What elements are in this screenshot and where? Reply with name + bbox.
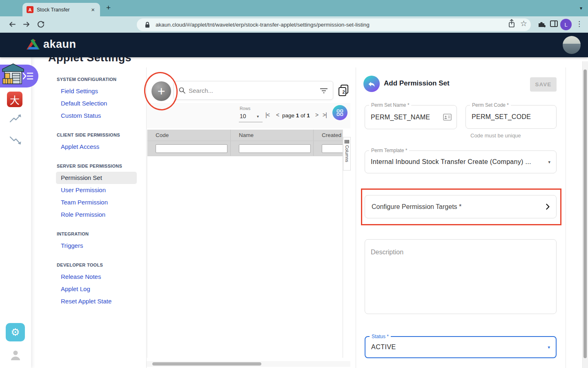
share-icon[interactable] bbox=[508, 19, 516, 29]
nav-section-integration: INTEGRATION Triggers bbox=[56, 231, 137, 252]
dai-applet-icon[interactable]: 大 bbox=[7, 92, 22, 107]
nav-section-system-configuration: SYSTEM CONFIGURATION Field Settings Defa… bbox=[56, 77, 137, 122]
sidebar-item-default-selection[interactable]: Default Selection bbox=[56, 97, 137, 110]
settings-nav: SYSTEM CONFIGURATION Field Settings Defa… bbox=[56, 77, 137, 318]
filter-input-created-date[interactable] bbox=[322, 144, 343, 153]
browser-menu-icon[interactable]: ⋮ bbox=[576, 20, 583, 28]
nav-section-title: CLIENT SIDE PERMISSIONS bbox=[57, 132, 136, 137]
url-bar[interactable]: akaun.cloud/#/applet/tnt/wavelet/erp/sto… bbox=[137, 18, 531, 31]
prev-page-button[interactable]: < bbox=[276, 112, 279, 118]
contact-card-icon bbox=[443, 114, 452, 121]
total-pages: 1 bbox=[307, 112, 310, 119]
back-button[interactable] bbox=[363, 76, 380, 92]
grid-icon bbox=[336, 109, 343, 116]
column-header-name[interactable]: Name bbox=[230, 130, 313, 141]
sidebar-item-release-notes[interactable]: Release Notes bbox=[56, 271, 137, 283]
perm-template-select[interactable]: Perm Template * Internal Inbound Stock T… bbox=[365, 150, 557, 173]
perm-template-value: Internal Inbound Stock Transfer Create (… bbox=[371, 158, 531, 166]
nav-section-title: DEVELOPER TOOLS bbox=[57, 263, 136, 267]
filter-icon[interactable] bbox=[320, 87, 328, 94]
url-text: akaun.cloud/#/applet/tnt/wavelet/erp/sto… bbox=[156, 22, 370, 28]
filter-input-name[interactable] bbox=[239, 144, 311, 153]
warehouse-applet-icon[interactable] bbox=[1, 62, 25, 86]
tab-search-chevron-icon[interactable]: ▾ bbox=[580, 5, 582, 11]
trend-up-applet-icon[interactable] bbox=[9, 113, 22, 124]
browser-tab[interactable]: A Stock Transfer × bbox=[22, 3, 100, 16]
akaun-triangle-icon bbox=[26, 38, 40, 51]
bookmark-star-icon[interactable]: ☆ bbox=[520, 19, 527, 28]
horizontal-scrollbar[interactable] bbox=[147, 361, 350, 367]
forward-icon[interactable] bbox=[22, 20, 31, 28]
template-caret-icon: ▾ bbox=[548, 159, 550, 165]
gear-icon: ⚙ bbox=[11, 326, 20, 338]
column-header-created-date[interactable]: Created Date bbox=[313, 130, 343, 141]
side-panel-icon[interactable] bbox=[550, 20, 558, 28]
trend-down-applet-icon[interactable] bbox=[9, 135, 22, 146]
browser-tab-bar: A Stock Transfer × + ▾ bbox=[0, 0, 588, 16]
page-indicator: page 1 of 1 bbox=[282, 112, 310, 119]
sidebar-item-permission-set[interactable]: Permission Set bbox=[56, 172, 137, 184]
nav-section-title: SERVER SIDE PERMISSIONS bbox=[57, 164, 136, 168]
column-header-code[interactable]: Code bbox=[147, 130, 230, 141]
back-arrow-icon bbox=[367, 79, 376, 88]
columns-tab[interactable]: Columns bbox=[343, 137, 351, 171]
nav-section-title: INTEGRATION bbox=[57, 231, 136, 236]
sidebar-item-team-permission[interactable]: Team Permission bbox=[56, 196, 137, 209]
permission-set-table: Code Name Created Date bbox=[147, 130, 343, 358]
duplicate-view-icon[interactable]: 2 bbox=[338, 84, 349, 96]
settings-gear-button[interactable]: ⚙ bbox=[6, 323, 25, 341]
browser-profile-avatar[interactable]: L bbox=[560, 19, 572, 30]
first-page-button[interactable]: |< bbox=[265, 112, 270, 118]
configure-permission-targets-button[interactable]: Configure Permission Targets * bbox=[365, 195, 557, 218]
sidebar-item-custom-status[interactable]: Custom Status bbox=[56, 110, 137, 122]
table-header-row: Code Name Created Date bbox=[147, 130, 343, 141]
status-select[interactable]: Status * ACTIVE ▾ bbox=[365, 336, 557, 358]
sidebar-item-reset-applet-state[interactable]: Reset Applet State bbox=[56, 295, 137, 307]
perm-set-name-field[interactable]: Perm Set Name * PERM_SET_NAME bbox=[365, 105, 457, 129]
next-page-button[interactable]: > bbox=[315, 112, 318, 118]
search-input[interactable] bbox=[189, 87, 320, 94]
sidebar-item-field-settings[interactable]: Field Settings bbox=[56, 85, 137, 97]
perm-set-code-field[interactable]: Perm Set Code * PERM_SET_CODE bbox=[466, 105, 557, 129]
profile-person-icon[interactable] bbox=[10, 350, 21, 360]
form-title: Add Permission Set bbox=[384, 79, 450, 88]
horizontal-scrollbar-thumb[interactable] bbox=[152, 362, 261, 366]
extensions-puzzle-icon[interactable] bbox=[537, 20, 546, 29]
akaun-logo: akaun bbox=[26, 38, 76, 51]
description-textarea[interactable] bbox=[365, 240, 556, 314]
sidebar-item-triggers[interactable]: Triggers bbox=[56, 240, 137, 252]
divider bbox=[356, 67, 356, 368]
lock-icon bbox=[143, 21, 151, 29]
perm-set-code-value: PERM_SET_CODE bbox=[472, 113, 531, 121]
new-tab-button[interactable]: + bbox=[106, 3, 111, 12]
save-button[interactable]: SAVE bbox=[530, 77, 557, 92]
status-label: Status * bbox=[370, 334, 391, 339]
vertical-scrollbar-thumb[interactable] bbox=[584, 70, 587, 358]
reload-icon[interactable] bbox=[37, 20, 45, 29]
current-page: 1 bbox=[296, 112, 299, 119]
sidebar-item-role-permission[interactable]: Role Permission bbox=[56, 209, 137, 221]
columns-bars-icon bbox=[345, 140, 349, 144]
sidebar-item-applet-access[interactable]: Applet Access bbox=[56, 141, 137, 153]
rows-per-page-select[interactable]: 10 bbox=[240, 113, 246, 119]
filter-input-code[interactable] bbox=[156, 144, 227, 153]
user-avatar[interactable] bbox=[563, 36, 581, 54]
rows-underline bbox=[239, 122, 263, 122]
angular-logo-icon: A bbox=[27, 6, 33, 13]
perm-template-label: Perm Template * bbox=[369, 148, 409, 153]
applet-rail: 大 ⚙ bbox=[0, 57, 31, 368]
last-page-button[interactable]: >| bbox=[323, 112, 327, 118]
sidebar-item-applet-log[interactable]: Applet Log bbox=[56, 283, 137, 295]
close-icon[interactable]: × bbox=[90, 6, 96, 13]
description-field[interactable] bbox=[365, 239, 557, 314]
status-value: ACTIVE bbox=[371, 343, 396, 351]
nav-section-developer-tools: DEVELOPER TOOLS Release Notes Applet Log… bbox=[56, 263, 137, 307]
table-body-empty bbox=[147, 156, 343, 357]
grid-view-button[interactable] bbox=[332, 105, 347, 120]
back-icon[interactable] bbox=[8, 20, 16, 28]
sidebar-item-user-permission[interactable]: User Permission bbox=[56, 184, 137, 196]
perm-set-code-label: Perm Set Code * bbox=[470, 102, 511, 108]
brand-name: akaun bbox=[43, 38, 76, 51]
search-bar[interactable] bbox=[174, 81, 333, 100]
divider bbox=[566, 67, 566, 368]
